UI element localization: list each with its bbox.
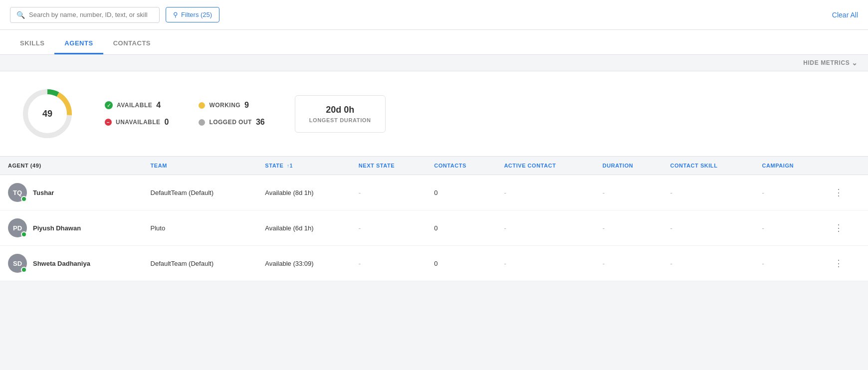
unavailable-status: − UNAVAILABLE 0 <box>105 118 169 127</box>
search-box: 🔍 <box>10 7 160 23</box>
hide-metrics-button[interactable]: HIDE METRICS ⌄ <box>803 59 858 67</box>
search-input[interactable] <box>29 11 153 18</box>
col-contacts[interactable]: CONTACTS <box>426 157 496 175</box>
avatar-badge-2 <box>21 267 27 273</box>
duration-cell-1: - <box>595 210 662 246</box>
longest-duration-value: 20d 0h <box>309 105 371 115</box>
filter-button[interactable]: ⚲ Filters (25) <box>166 7 219 22</box>
status-left: ✓ AVAILABLE 4 − UNAVAILABLE 0 <box>105 101 169 127</box>
chevron-down-icon: ⌄ <box>852 59 858 67</box>
working-count: 9 <box>244 101 249 110</box>
tabs-bar: SKILLS AGENTS CONTACTS <box>0 30 868 55</box>
available-status: ✓ AVAILABLE 4 <box>105 101 169 110</box>
col-actions <box>823 157 868 175</box>
longest-duration-box: 20d 0h LONGEST DURATION <box>295 95 386 133</box>
active-contact-cell-1: - <box>496 210 594 246</box>
tab-contacts[interactable]: CONTACTS <box>103 32 161 54</box>
available-count: 4 <box>156 101 161 110</box>
table-row: SD Shweta Dadhaniya DefaultTeam (Default… <box>0 246 868 281</box>
more-options-button-2[interactable]: ⋮ <box>831 256 846 271</box>
duration-cell-2: - <box>595 246 662 281</box>
actions-cell-0: ⋮ <box>823 175 868 210</box>
col-next-state[interactable]: NEXT STATE <box>351 157 426 175</box>
col-state[interactable]: STATE ↑1 <box>257 157 351 175</box>
contacts-cell-2: 0 <box>426 246 496 281</box>
available-label: AVAILABLE <box>117 102 152 109</box>
avatar-1: PD <box>8 218 27 237</box>
unavailable-label: UNAVAILABLE <box>116 119 161 126</box>
agent-name-2: Shweta Dadhaniya <box>33 260 90 267</box>
table-header-row: AGENT (49) TEAM STATE ↑1 NEXT STATE CONT… <box>0 157 868 175</box>
actions-cell-2: ⋮ <box>823 246 868 281</box>
unavailable-icon: − <box>105 119 112 126</box>
tab-agents[interactable]: AGENTS <box>54 32 103 54</box>
contacts-cell-1: 0 <box>426 210 496 246</box>
donut-chart: 49 <box>20 86 75 141</box>
team-cell-0: DefaultTeam (Default) <box>143 175 257 210</box>
top-bar: 🔍 ⚲ Filters (25) Clear All <box>0 0 868 30</box>
next-state-cell-2: - <box>351 246 426 281</box>
tab-skills[interactable]: SKILLS <box>10 32 54 54</box>
agent-cell-2: SD Shweta Dadhaniya <box>0 246 143 281</box>
filter-label: Filters (25) <box>181 11 212 18</box>
working-label: WORKING <box>209 102 240 109</box>
more-options-button-1[interactable]: ⋮ <box>831 220 846 235</box>
next-state-cell-0: - <box>351 175 426 210</box>
active-contact-cell-0: - <box>496 175 594 210</box>
contacts-cell-0: 0 <box>426 175 496 210</box>
col-contact-skill[interactable]: CONTACT SKILL <box>662 157 754 175</box>
col-duration[interactable]: DURATION <box>595 157 662 175</box>
avatar-0: TQ <box>8 183 27 202</box>
working-icon <box>199 102 205 109</box>
contact-skill-cell-0: - <box>662 175 754 210</box>
contact-skill-cell-1: - <box>662 210 754 246</box>
agents-table-container: AGENT (49) TEAM STATE ↑1 NEXT STATE CONT… <box>0 157 868 281</box>
metrics-toggle-bar: HIDE METRICS ⌄ <box>0 55 868 71</box>
contact-skill-cell-2: - <box>662 246 754 281</box>
loggedout-icon <box>199 119 205 126</box>
duration-cell-0: - <box>595 175 662 210</box>
avatar-badge-1 <box>21 231 27 237</box>
col-campaign[interactable]: CAMPAIGN <box>754 157 823 175</box>
avatar-badge-0 <box>21 196 27 202</box>
metrics-section: 49 ✓ AVAILABLE 4 − UNAVAILABLE 0 WORKING… <box>0 71 868 157</box>
longest-duration-label: LONGEST DURATION <box>309 117 371 123</box>
clear-all-button[interactable]: Clear All <box>832 11 858 19</box>
loggedout-label: LOGGED OUT <box>209 119 251 126</box>
status-items: ✓ AVAILABLE 4 − UNAVAILABLE 0 WORKING 9 … <box>105 101 265 127</box>
table-row: PD Piyush Dhawan Pluto Available (6d 1h)… <box>0 210 868 246</box>
search-icon: 🔍 <box>16 11 25 19</box>
hide-metrics-label: HIDE METRICS <box>803 59 850 66</box>
status-right: WORKING 9 LOGGED OUT 36 <box>199 101 264 127</box>
donut-label: 49 <box>42 109 52 119</box>
active-contact-cell-2: - <box>496 246 594 281</box>
loggedout-status: LOGGED OUT 36 <box>199 118 264 127</box>
next-state-cell-1: - <box>351 210 426 246</box>
team-cell-2: DefaultTeam (Default) <box>143 246 257 281</box>
actions-cell-1: ⋮ <box>823 210 868 246</box>
available-icon: ✓ <box>105 101 113 109</box>
campaign-cell-1: - <box>754 210 823 246</box>
filter-icon: ⚲ <box>173 11 178 18</box>
more-options-button-0[interactable]: ⋮ <box>831 185 846 200</box>
table-row: TQ Tushar DefaultTeam (Default) Availabl… <box>0 175 868 210</box>
campaign-cell-0: - <box>754 175 823 210</box>
team-cell-1: Pluto <box>143 210 257 246</box>
agent-name-0: Tushar <box>33 189 54 196</box>
col-team[interactable]: TEAM <box>143 157 257 175</box>
state-cell-1: Available (6d 1h) <box>257 210 351 246</box>
col-active-contact[interactable]: ACTIVE CONTACT <box>496 157 594 175</box>
col-agent: AGENT (49) <box>0 157 143 175</box>
avatar-2: SD <box>8 254 27 273</box>
search-area: 🔍 ⚲ Filters (25) <box>10 7 219 23</box>
working-status: WORKING 9 <box>199 101 264 110</box>
agent-cell-1: PD Piyush Dhawan <box>0 210 143 246</box>
sort-arrow-state: ↑1 <box>287 163 293 169</box>
unavailable-count: 0 <box>165 118 169 127</box>
loggedout-count: 36 <box>256 118 265 127</box>
state-cell-0: Available (8d 1h) <box>257 175 351 210</box>
campaign-cell-2: - <box>754 246 823 281</box>
state-cell-2: Available (33:09) <box>257 246 351 281</box>
agent-cell-0: TQ Tushar <box>0 175 143 210</box>
agents-table: AGENT (49) TEAM STATE ↑1 NEXT STATE CONT… <box>0 157 868 281</box>
